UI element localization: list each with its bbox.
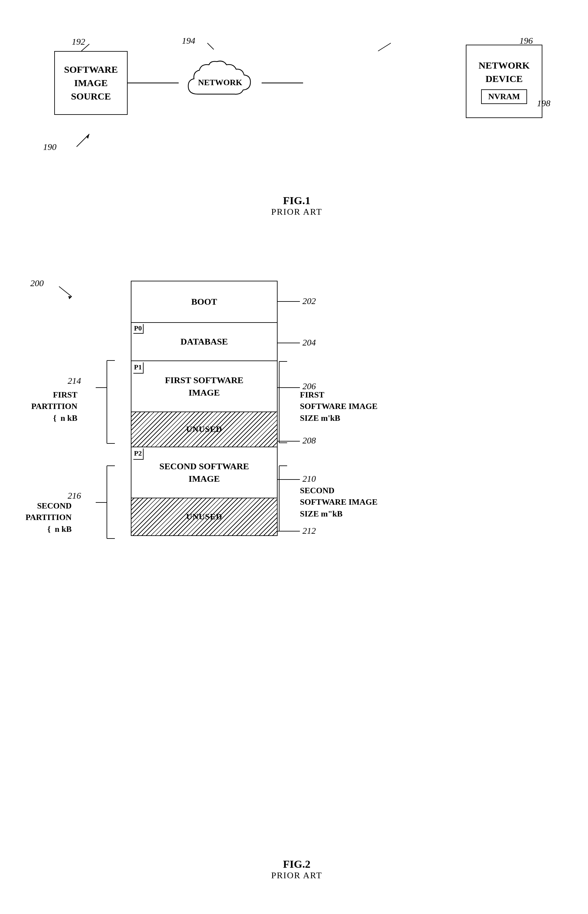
ref-200: 200 bbox=[30, 278, 44, 288]
ref-216: 216 bbox=[68, 491, 81, 501]
ref-190: 190 bbox=[43, 142, 57, 152]
cloud-icon: NETWORK bbox=[182, 57, 258, 108]
network-device-box: NETWORKDEVICE NVRAM bbox=[466, 45, 543, 118]
ref-212: 212 bbox=[302, 526, 316, 536]
fig1-diagram: 192 194 196 SOFTWARE IMAGE SOURCE NETWOR… bbox=[26, 19, 568, 223]
second-software-row: P2 SECOND SOFTWAREIMAGE bbox=[131, 447, 278, 498]
svg-line-6 bbox=[77, 134, 89, 147]
unused2-row: UNUSED bbox=[131, 498, 278, 536]
svg-line-5 bbox=[378, 43, 391, 51]
ref-210: 210 bbox=[302, 474, 316, 484]
fig1-title: FIG.1 bbox=[26, 195, 568, 207]
ref-192: 192 bbox=[72, 37, 85, 47]
network-device-label: NETWORKDEVICE bbox=[478, 59, 530, 86]
second-partition-text: SECONDPARTITION{ n kB bbox=[26, 501, 72, 534]
first-software-row: P1 FIRST SOFTWAREIMAGE bbox=[131, 360, 278, 412]
fig2-subtitle: PRIOR ART bbox=[26, 870, 568, 880]
unused2-label: UNUSED bbox=[186, 512, 222, 522]
unused1-row: UNUSED bbox=[131, 412, 278, 447]
ref-204: 204 bbox=[302, 338, 316, 348]
first-software-size-label: FIRSTSOFTWARE IMAGESIZE m'kB bbox=[300, 389, 378, 424]
p2-tag: P2 bbox=[133, 449, 144, 460]
first-software-label: FIRST SOFTWAREIMAGE bbox=[165, 374, 244, 399]
ref-202: 202 bbox=[302, 296, 316, 306]
boot-row: BOOT bbox=[131, 281, 278, 322]
nvram-box: NVRAM bbox=[481, 89, 527, 104]
network-cloud: NETWORK bbox=[179, 45, 262, 121]
svg-marker-9 bbox=[68, 296, 72, 299]
second-software-size-label: SECONDSOFTWARE IMAGESIZE m"kB bbox=[300, 485, 378, 520]
svg-text:NETWORK: NETWORK bbox=[198, 78, 242, 87]
ref-198: 198 bbox=[537, 98, 550, 108]
nvram-block-diagram: BOOT P0 DATABASE P1 FIRST SOFTWAREIMAGE … bbox=[131, 281, 278, 536]
first-partition-text: FIRSTPARTITION{ n kB bbox=[31, 390, 78, 423]
fig1-subtitle: PRIOR ART bbox=[26, 207, 568, 217]
nvram-label: NVRAM bbox=[488, 92, 520, 101]
p1-tag: P1 bbox=[133, 362, 144, 373]
ref-208: 208 bbox=[302, 436, 316, 446]
unused1-label: UNUSED bbox=[186, 425, 222, 434]
second-software-label: SECOND SOFTWAREIMAGE bbox=[160, 460, 249, 485]
database-label: DATABASE bbox=[181, 337, 228, 347]
svg-line-8 bbox=[59, 286, 72, 297]
fig2-title: FIG.2 bbox=[26, 858, 568, 870]
first-partition-label: FIRSTPARTITION{ n kB bbox=[31, 389, 78, 424]
second-software-size-text: SECONDSOFTWARE IMAGESIZE m"kB bbox=[300, 486, 378, 518]
ref-214: 214 bbox=[68, 376, 81, 386]
database-row: P0 DATABASE bbox=[131, 322, 278, 360]
first-software-size-text: FIRSTSOFTWARE IMAGESIZE m'kB bbox=[300, 390, 378, 423]
p0-tag: P0 bbox=[133, 324, 144, 334]
software-image-source-label: SOFTWARE IMAGE SOURCE bbox=[64, 63, 118, 103]
page: 192 194 196 SOFTWARE IMAGE SOURCE NETWOR… bbox=[0, 0, 588, 914]
fig1-caption: FIG.1 PRIOR ART bbox=[26, 195, 568, 217]
boot-label: BOOT bbox=[191, 297, 217, 307]
software-image-source-box: SOFTWARE IMAGE SOURCE bbox=[54, 51, 128, 115]
fig2-caption: FIG.2 PRIOR ART bbox=[26, 858, 568, 880]
fig2-diagram: 200 BOOT P0 DATABASE P1 FIRST SOFTWAREIM… bbox=[26, 262, 568, 884]
fig2-connectors bbox=[26, 262, 568, 884]
second-partition-label: SECONDPARTITION{ n kB bbox=[26, 500, 72, 535]
svg-marker-7 bbox=[86, 134, 89, 139]
